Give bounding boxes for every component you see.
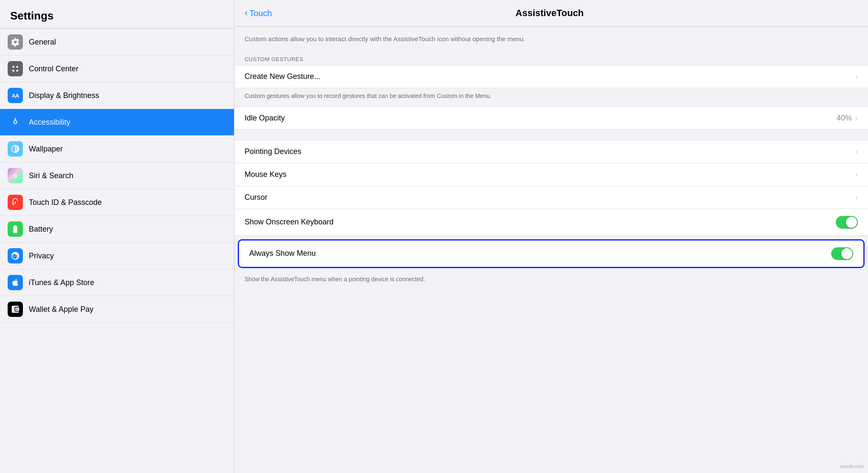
back-label: Touch bbox=[249, 8, 272, 18]
sidebar-item-touchid-label: Touch ID & Passcode bbox=[29, 198, 102, 207]
touchid-icon bbox=[8, 195, 23, 210]
custom-gestures-description: Custom gestures allow you to record gest… bbox=[234, 88, 868, 106]
cursor-chevron: › bbox=[855, 193, 858, 202]
mouse-keys-chevron: › bbox=[855, 170, 858, 179]
idle-opacity-section: Idle Opacity 40% › bbox=[234, 106, 868, 130]
sidebar-item-wallpaper-label: Wallpaper bbox=[29, 145, 63, 154]
sidebar-item-battery[interactable]: Battery bbox=[0, 216, 234, 243]
mouse-keys-row[interactable]: Mouse Keys › bbox=[234, 163, 868, 186]
sidebar-item-control-center[interactable]: Control Center bbox=[0, 56, 234, 82]
sidebar-item-appstore[interactable]: iTunes & App Store bbox=[0, 269, 234, 296]
sidebar-item-general-label: General bbox=[29, 38, 56, 47]
siri-icon: ◎ bbox=[8, 168, 23, 183]
battery-icon bbox=[8, 221, 23, 237]
sidebar-item-wallet-label: Wallet & Apple Pay bbox=[29, 305, 93, 314]
pointing-devices-row[interactable]: Pointing Devices › bbox=[234, 140, 868, 163]
sidebar-item-display-label: Display & Brightness bbox=[29, 91, 99, 100]
settings-title: Settings bbox=[10, 9, 224, 22]
create-gesture-row[interactable]: Create New Gesture... › bbox=[234, 65, 868, 88]
pointing-devices-label: Pointing Devices bbox=[245, 147, 855, 156]
top-description-block: Custom actions allow you to interact dir… bbox=[234, 27, 868, 52]
main-panel: ‹ Touch AssistiveTouch Custom actions al… bbox=[234, 0, 868, 473]
cursor-label: Cursor bbox=[245, 193, 855, 202]
content-area: Custom actions allow you to interact dir… bbox=[234, 27, 868, 290]
show-onscreen-keyboard-thumb bbox=[846, 217, 857, 228]
always-show-menu-highlighted-container: Always Show Menu bbox=[238, 239, 865, 268]
sidebar-item-siri[interactable]: ◎ Siri & Search bbox=[0, 162, 234, 189]
privacy-icon bbox=[8, 248, 23, 263]
cursor-row[interactable]: Cursor › bbox=[234, 186, 868, 209]
svg-point-3 bbox=[16, 70, 18, 72]
sidebar-item-control-label: Control Center bbox=[29, 64, 78, 73]
sidebar-item-privacy-label: Privacy bbox=[29, 252, 54, 260]
sidebar-item-battery-label: Battery bbox=[29, 225, 53, 234]
sidebar-item-siri-label: Siri & Search bbox=[29, 171, 73, 180]
show-onscreen-keyboard-label: Show Onscreen Keyboard bbox=[245, 218, 836, 227]
create-gesture-chevron: › bbox=[855, 72, 858, 81]
back-button[interactable]: ‹ Touch bbox=[245, 8, 272, 19]
custom-gestures-section: Create New Gesture... › bbox=[234, 65, 868, 88]
page-title: AssistiveTouch bbox=[275, 8, 824, 19]
idle-opacity-label: Idle Opacity bbox=[245, 114, 837, 123]
always-show-menu-row[interactable]: Always Show Menu bbox=[239, 241, 863, 267]
pointing-section: Pointing Devices › Mouse Keys › Cursor ›… bbox=[234, 140, 868, 236]
create-gesture-label: Create New Gesture... bbox=[245, 72, 855, 81]
always-show-menu-label: Always Show Menu bbox=[249, 249, 831, 258]
pointing-devices-chevron: › bbox=[855, 147, 858, 156]
show-onscreen-keyboard-track bbox=[836, 216, 858, 229]
control-center-icon bbox=[8, 61, 23, 76]
sidebar-item-appstore-label: iTunes & App Store bbox=[29, 278, 94, 287]
mouse-keys-label: Mouse Keys bbox=[245, 170, 855, 179]
always-show-menu-description: Show the AssistiveTouch menu when a poin… bbox=[234, 271, 868, 290]
display-icon: AA bbox=[8, 88, 23, 103]
svg-point-1 bbox=[16, 66, 18, 68]
sidebar-item-wallet[interactable]: Wallet & Apple Pay bbox=[0, 296, 234, 323]
svg-point-4 bbox=[14, 118, 16, 120]
appstore-icon bbox=[8, 275, 23, 290]
idle-opacity-chevron: › bbox=[855, 114, 858, 123]
custom-gestures-header: CUSTOM GESTURES bbox=[234, 52, 868, 65]
always-show-menu-thumb bbox=[841, 248, 852, 259]
show-onscreen-keyboard-toggle[interactable] bbox=[836, 216, 858, 229]
idle-opacity-value: 40% bbox=[837, 114, 852, 123]
sidebar-item-privacy[interactable]: Privacy bbox=[0, 243, 234, 269]
sidebar-item-touchid[interactable]: Touch ID & Passcode bbox=[0, 189, 234, 216]
svg-point-0 bbox=[12, 66, 14, 68]
wallpaper-icon bbox=[8, 141, 23, 157]
sidebar-item-wallpaper[interactable]: Wallpaper bbox=[0, 136, 234, 162]
idle-opacity-row[interactable]: Idle Opacity 40% › bbox=[234, 107, 868, 129]
watermark: wsxdn.com bbox=[840, 464, 864, 469]
sidebar-item-accessibility[interactable]: Accessibility bbox=[0, 109, 234, 136]
main-header: ‹ Touch AssistiveTouch bbox=[234, 0, 868, 27]
general-icon bbox=[8, 34, 23, 50]
sidebar-item-display[interactable]: AA Display & Brightness bbox=[0, 82, 234, 109]
sidebar-item-general[interactable]: General bbox=[0, 29, 234, 56]
always-show-menu-track bbox=[831, 247, 853, 260]
accessibility-icon bbox=[8, 115, 23, 130]
sidebar-item-accessibility-label: Accessibility bbox=[29, 118, 70, 127]
wallet-icon bbox=[8, 302, 23, 317]
back-chevron-icon: ‹ bbox=[245, 8, 248, 19]
show-onscreen-keyboard-row[interactable]: Show Onscreen Keyboard bbox=[234, 209, 868, 235]
settings-sidebar: Settings General Control Center AA Displ… bbox=[0, 0, 234, 473]
svg-point-2 bbox=[12, 70, 14, 72]
top-description: Custom actions allow you to interact dir… bbox=[245, 34, 858, 44]
sidebar-header: Settings bbox=[0, 0, 234, 29]
always-show-menu-toggle[interactable] bbox=[831, 247, 853, 260]
